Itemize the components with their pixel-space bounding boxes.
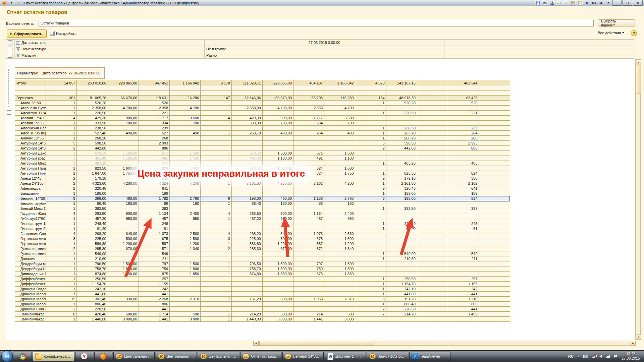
value-cell[interactable]: 268,20: [77, 231, 108, 236]
value-cell[interactable]: 3: [355, 196, 386, 201]
value-cell[interactable]: 302,40: [77, 297, 108, 302]
value-cell[interactable]: [231, 221, 262, 226]
value-cell[interactable]: [324, 221, 355, 226]
value-cell[interactable]: 758,70: [231, 266, 262, 272]
value-cell[interactable]: [479, 196, 510, 201]
value-cell[interactable]: 1 800: [324, 266, 355, 272]
value-cell[interactable]: [201, 111, 231, 116]
value-cell[interactable]: 403: [448, 161, 479, 166]
tray-expand-icon[interactable]: ▲: [576, 354, 581, 359]
value-cell[interactable]: [108, 277, 139, 282]
value-cell[interactable]: [170, 206, 201, 211]
value-cell[interactable]: [324, 302, 355, 307]
value-cell[interactable]: [355, 201, 386, 206]
value-cell[interactable]: 441,00: [386, 292, 417, 297]
value-cell[interactable]: 86,40: [77, 201, 108, 206]
value-cell[interactable]: 4 700: [170, 106, 201, 111]
value-cell[interactable]: [324, 191, 355, 196]
value-cell[interactable]: [170, 136, 201, 141]
value-cell[interactable]: 189: [139, 191, 169, 196]
value-cell[interactable]: [417, 241, 448, 246]
row-name-cell[interactable]: Алое 10*35 вера: [15, 131, 46, 136]
network-error-icon[interactable]: [591, 354, 596, 359]
value-cell[interactable]: [417, 176, 448, 181]
value-cell[interactable]: [108, 307, 139, 312]
value-cell[interactable]: 7: [201, 297, 231, 302]
value-cell[interactable]: [479, 277, 510, 282]
value-cell[interactable]: [448, 156, 479, 161]
value-cell[interactable]: 1: [46, 191, 77, 196]
value-cell[interactable]: 2: [355, 146, 386, 151]
value-cell[interactable]: [417, 201, 448, 206]
value-cell[interactable]: 1 782: [139, 196, 169, 201]
value-cell[interactable]: [355, 91, 386, 96]
value-cell[interactable]: 441: [139, 292, 169, 297]
value-cell[interactable]: [448, 317, 479, 322]
value-cell[interactable]: [324, 111, 355, 116]
value-cell[interactable]: 1 750: [324, 171, 355, 176]
value-cell[interactable]: [324, 161, 355, 166]
value-cell[interactable]: 5: [46, 141, 77, 146]
add-favorite-icon[interactable]: ★➔: [556, 0, 562, 6]
value-cell[interactable]: [262, 141, 293, 146]
row-name-cell[interactable]: Гиппеаструм 13*25: [15, 221, 46, 226]
row-name-cell[interactable]: Арека 24*150: [15, 181, 46, 186]
value-cell[interactable]: [448, 272, 479, 277]
value-cell[interactable]: 1 600,00: [108, 166, 139, 171]
value-cell[interactable]: 383: [139, 206, 169, 211]
value-cell[interactable]: 214,20: [386, 312, 417, 317]
value-cell[interactable]: 1: [201, 131, 231, 136]
value-cell[interactable]: 806: [139, 302, 169, 307]
row-name-cell[interactable]: Бегония клубневая: [15, 201, 46, 206]
value-cell[interactable]: 460,00: [262, 196, 293, 201]
value-cell[interactable]: [324, 277, 355, 282]
value-cell[interactable]: 1: [355, 101, 386, 106]
value-cell[interactable]: [262, 256, 293, 261]
value-cell[interactable]: [479, 136, 510, 141]
value-cell[interactable]: 61: [448, 226, 479, 231]
value-cell[interactable]: 256,50: [386, 277, 417, 282]
value-cell[interactable]: [170, 256, 201, 261]
value-cell[interactable]: [479, 80, 510, 86]
row-name-cell[interactable]: Антуриум Микс 17*70: [15, 161, 46, 166]
value-cell[interactable]: [386, 211, 417, 216]
value-cell[interactable]: 32 146,96: [231, 96, 262, 101]
value-cell[interactable]: 403: [139, 161, 169, 166]
value-cell[interactable]: 2: [46, 146, 77, 151]
value-cell[interactable]: 2 560: [324, 231, 355, 236]
value-cell[interactable]: [355, 156, 386, 161]
value-cell[interactable]: 700: [324, 121, 355, 126]
value-cell[interactable]: [417, 292, 448, 297]
value-cell[interactable]: 242,10: [386, 287, 417, 292]
value-cell[interactable]: 1 500: [170, 261, 201, 266]
value-cell[interactable]: 675: [139, 236, 169, 241]
value-cell[interactable]: [417, 151, 448, 156]
value-cell[interactable]: 1: [46, 106, 77, 111]
value-cell[interactable]: 333,90: [231, 121, 262, 126]
value-cell[interactable]: [108, 302, 139, 307]
value-cell[interactable]: [170, 101, 201, 106]
value-cell[interactable]: 160: [170, 201, 201, 206]
value-cell[interactable]: [479, 206, 510, 211]
value-cell[interactable]: [417, 272, 448, 277]
value-cell[interactable]: 950: [170, 216, 201, 221]
value-cell[interactable]: 4 700,00: [262, 106, 293, 111]
value-cell[interactable]: 1 850,00: [108, 272, 139, 277]
m-plus-button[interactable]: M+: [591, 0, 597, 6]
value-cell[interactable]: [231, 86, 262, 91]
value-cell[interactable]: 806: [448, 302, 479, 307]
value-cell[interactable]: [355, 106, 386, 111]
clock[interactable]: 12:42 27.06.2015: [622, 352, 640, 361]
filter-extra-cell[interactable]: [444, 40, 634, 46]
value-cell[interactable]: 179,10: [386, 176, 417, 181]
value-cell[interactable]: [479, 106, 510, 111]
value-cell[interactable]: 1: [201, 216, 231, 221]
value-cell[interactable]: 268: [139, 136, 169, 141]
value-cell[interactable]: [108, 141, 139, 146]
value-cell[interactable]: [417, 261, 448, 266]
value-cell[interactable]: 586,80: [231, 241, 262, 246]
value-cell[interactable]: 189,00: [386, 191, 417, 196]
value-cell[interactable]: 442,80: [77, 146, 108, 151]
value-cell[interactable]: 641: [448, 186, 479, 191]
value-cell[interactable]: [170, 292, 201, 297]
